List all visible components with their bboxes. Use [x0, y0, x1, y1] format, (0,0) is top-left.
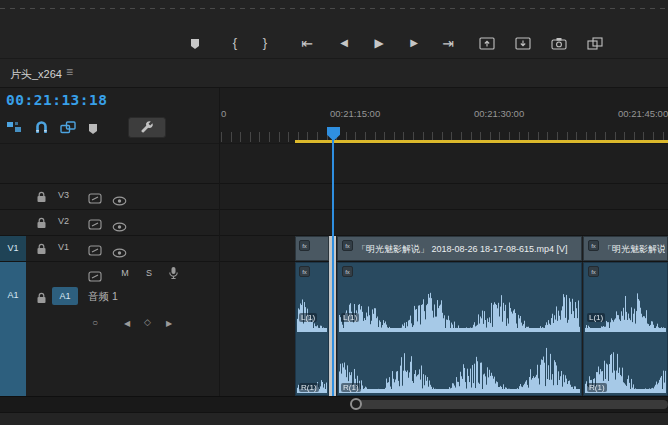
ruler-label: 00:21:45:00	[618, 108, 668, 119]
audio-waveform	[297, 286, 327, 332]
audio-clip-segment[interactable]: fx L(1) R(1)	[295, 262, 329, 396]
panel-tab-bar: 片头_x264 ≡	[0, 58, 668, 88]
goto-out-icon[interactable]: ⇥	[438, 34, 458, 52]
track-target-v2[interactable]: V2	[58, 216, 69, 226]
sync-lock-icon[interactable]	[88, 190, 102, 208]
mark-out-button[interactable]: }	[255, 34, 275, 52]
sync-lock-icon[interactable]	[88, 216, 102, 234]
ruler-separator	[0, 143, 668, 144]
sequence-tab[interactable]: 片头_x264	[10, 67, 62, 82]
ruler-label: 0	[221, 108, 226, 119]
fx-badge: fx	[299, 240, 310, 251]
prev-keyframe-icon[interactable]: ◀	[124, 319, 130, 328]
playhead-timecode[interactable]: 00:21:13:18	[6, 92, 108, 108]
video-clip-segment[interactable]: fx 「明光魅影解说」 2018-08-26 18-17-08-615.mp4 …	[583, 236, 668, 261]
header-content-divider	[219, 88, 220, 396]
add-marker-icon[interactable]	[88, 121, 98, 139]
track-target-v1[interactable]: V1	[58, 242, 69, 252]
extract-button[interactable]	[513, 36, 533, 52]
step-back-icon[interactable]: ◀	[334, 34, 354, 52]
horizontal-scrollbar-track[interactable]	[0, 396, 668, 412]
snap-icon[interactable]	[34, 120, 49, 138]
audio-waveform	[585, 286, 666, 332]
play-button[interactable]: ▶	[369, 34, 389, 52]
audio-clip-segment[interactable]: fx L(1) R(1)	[337, 262, 582, 396]
video-clip-segment[interactable]: fx 「明光魅影解说」 2018-08-26 18-17-08-615.mp4 …	[337, 236, 582, 261]
goto-in-icon[interactable]: ⇤	[297, 34, 317, 52]
fx-badge: fx	[342, 240, 353, 251]
step-forward-icon[interactable]: ▶	[404, 34, 424, 52]
fx-badge: fx	[299, 266, 310, 277]
track-output-eye-icon[interactable]	[112, 192, 127, 210]
panel-menu-icon[interactable]: ≡	[66, 65, 73, 79]
clip-title: 「明光魅影解说」 2018-08-26 18-17-08-615.mp4 [V]	[357, 243, 579, 256]
linked-selection-icon[interactable]	[60, 120, 76, 138]
lock-icon[interactable]	[36, 215, 47, 233]
ruler-label: 00:21:30:00	[474, 108, 524, 119]
track-separator	[0, 183, 668, 184]
audio-waveform	[339, 346, 580, 393]
channel-label-left: L(1)	[341, 313, 359, 322]
ruler-label: 00:21:15:00	[330, 108, 380, 119]
playhead-line	[332, 128, 334, 396]
channel-label-right: R(1)	[299, 383, 319, 392]
fx-badge: fx	[342, 266, 353, 277]
add-marker-button[interactable]	[185, 36, 205, 52]
fx-badge: fx	[588, 240, 599, 251]
insert-nest-toggle-icon[interactable]	[6, 120, 22, 138]
track-output-eye-icon[interactable]	[112, 218, 127, 236]
sync-lock-icon[interactable]	[88, 268, 102, 286]
timeline-header-panel: 00:21:13:18	[0, 88, 219, 396]
voiceover-mic-icon[interactable]	[168, 266, 179, 284]
track-target-a1[interactable]: A1	[52, 287, 78, 305]
clip-title: 「明光魅影解说」 2018-08-26 18-17-08-615.mp4 [V]	[603, 243, 665, 256]
mute-button[interactable]: M	[118, 268, 132, 278]
overlay-edit-button[interactable]	[585, 36, 605, 52]
horizontal-scrollbar-handle[interactable]	[356, 400, 668, 409]
time-ruler[interactable]: 0 00:21:15:00 00:21:30:00 00:21:45:00	[219, 88, 668, 143]
timeline-settings-button[interactable]	[128, 117, 166, 138]
video-clip-segment[interactable]: fx	[295, 236, 329, 261]
channel-label-left: L(1)	[587, 313, 605, 322]
in-out-range-bar[interactable]	[295, 140, 668, 143]
source-patch-v1[interactable]: V1	[0, 236, 26, 261]
solo-button[interactable]: S	[142, 268, 156, 278]
lift-button[interactable]	[477, 36, 497, 52]
track-target-v3[interactable]: V3	[58, 190, 69, 200]
export-frame-button[interactable]	[549, 36, 569, 52]
track-output-eye-icon[interactable]	[112, 244, 127, 262]
channel-label-left: L(1)	[299, 313, 317, 322]
panel-dock-divider	[0, 8, 668, 9]
keyframe-mode-icon[interactable]: ○	[92, 317, 98, 328]
track-separator	[0, 209, 668, 210]
mark-in-button[interactable]: {	[225, 34, 245, 52]
audio-waveform	[339, 286, 580, 332]
zoom-scrollbar-knob[interactable]	[350, 398, 362, 410]
channel-label-right: R(1)	[587, 383, 607, 392]
panel-bottom-edge	[0, 412, 668, 425]
fx-badge: fx	[588, 266, 599, 277]
source-patch-a1-label: A1	[0, 290, 26, 300]
premiere-timeline-panel: { } ⇤ ◀ ▶ ▶ ⇥ 片头_x264 ≡ 00:21:13:18	[0, 0, 668, 425]
add-keyframe-icon[interactable]: ◇	[144, 317, 151, 327]
next-keyframe-icon[interactable]: ▶	[166, 319, 172, 328]
channel-label-right: R(1)	[341, 383, 361, 392]
source-patch-a1[interactable]: A1	[0, 262, 26, 396]
lock-icon[interactable]	[36, 241, 47, 259]
wrench-icon	[140, 120, 154, 134]
lock-icon[interactable]	[36, 290, 47, 308]
lock-icon[interactable]	[36, 189, 47, 207]
sync-lock-icon[interactable]	[88, 242, 102, 260]
audio-track-name[interactable]: 音频 1	[88, 290, 118, 304]
audio-clip-segment[interactable]: fx L(1) R(1)	[583, 262, 668, 396]
